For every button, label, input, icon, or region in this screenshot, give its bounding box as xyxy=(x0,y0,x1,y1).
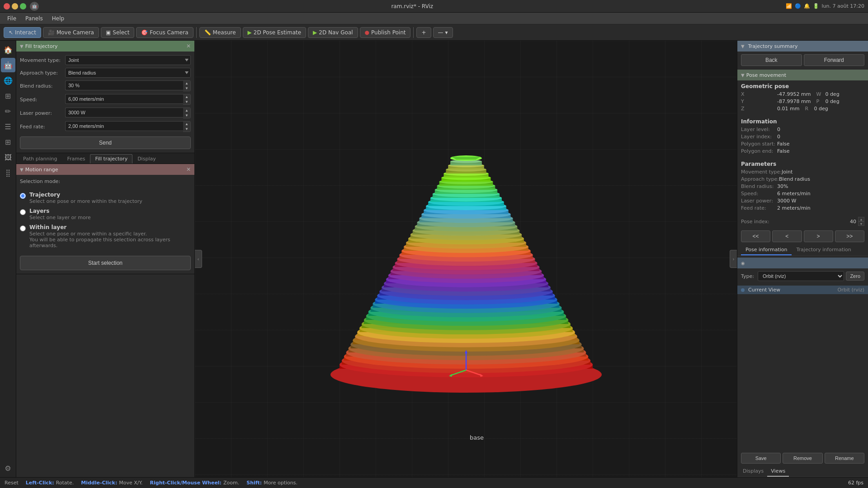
feed-rate-down-btn[interactable]: ▼ xyxy=(183,127,190,131)
param-laser-label: Laser power: xyxy=(741,198,777,204)
param-speed-label: Speed: xyxy=(741,191,777,197)
close-fill-trajectory-icon[interactable]: ✕ xyxy=(186,43,191,49)
image-icon-btn[interactable]: 🖼 xyxy=(1,150,15,164)
pose-estimate-button[interactable]: ▶ 2D Pose Estimate xyxy=(243,27,307,38)
motion-range-title: Motion range xyxy=(25,167,184,173)
laser-power-up-btn[interactable]: ▲ xyxy=(183,108,190,113)
blend-radius-down-btn[interactable]: ▼ xyxy=(183,86,190,91)
blend-radius-up-btn[interactable]: ▲ xyxy=(183,81,190,86)
param-approach-value: Blend radius xyxy=(779,176,810,182)
shift-key: Shift: xyxy=(246,480,262,486)
tab-display[interactable]: Display xyxy=(132,154,161,164)
pose-next-btn[interactable]: > xyxy=(804,230,833,242)
left-panel: ▼ Fill trajectory ✕ Movement type: Joint… xyxy=(16,41,195,477)
settings-icon-btn[interactable]: ⚙️ xyxy=(1,461,15,475)
minimize-button[interactable] xyxy=(12,3,18,9)
approach-type-select[interactable]: Blend radius Stop xyxy=(65,68,191,78)
publish-point-button[interactable]: ● Publish Point xyxy=(360,27,411,38)
tab-displays[interactable]: Displays xyxy=(739,466,767,477)
measure-button[interactable]: 📏 Measure xyxy=(199,27,241,38)
view-list-item[interactable]: Current View Orbit (rviz) xyxy=(737,286,868,294)
system-icons: 📶 🔵 🔔 🔋 lun. 7 août 17:20 xyxy=(786,3,864,9)
layer-level-label: Layer level: xyxy=(741,127,777,132)
tab-trajectory-information[interactable]: Trajectory information xyxy=(792,245,855,255)
grid-icon-btn[interactable]: ⊞ xyxy=(1,135,15,149)
pose-index-down[interactable]: ▼ xyxy=(858,221,864,226)
nav-goal-button[interactable]: ▶ 2D Nav Goal xyxy=(308,27,358,38)
pose-last-btn[interactable]: >> xyxy=(835,230,864,242)
laser-power-down-btn[interactable]: ▼ xyxy=(183,113,190,118)
forward-button[interactable]: Forward xyxy=(804,54,865,66)
more-button[interactable]: — ▾ xyxy=(433,27,453,38)
tab-fill-trajectory[interactable]: Fill trajectory xyxy=(90,154,132,164)
window-controls[interactable] xyxy=(4,3,26,9)
tab-views[interactable]: Views xyxy=(767,466,789,477)
app-icon: 🤖 xyxy=(30,2,39,11)
speed-up-btn[interactable]: ▲ xyxy=(183,94,190,99)
p-label: P xyxy=(816,99,825,104)
middle-click-text: Move X/Y. xyxy=(119,480,142,486)
robot-icon-btn[interactable]: 🤖 xyxy=(1,58,15,72)
rename-button[interactable]: Rename xyxy=(825,453,864,464)
radio-trajectory-input[interactable] xyxy=(20,193,26,199)
edit-icon-btn[interactable]: ✏️ xyxy=(1,104,15,118)
back-button[interactable]: Back xyxy=(741,54,802,66)
menu-help[interactable]: Help xyxy=(48,14,68,23)
r-label: R xyxy=(805,106,814,112)
motion-range-header[interactable]: ▼ Motion range ✕ xyxy=(16,164,194,175)
remove-button[interactable]: Remove xyxy=(783,453,822,464)
interact-button[interactable]: ↖ Interact xyxy=(4,27,41,38)
speed-input[interactable] xyxy=(65,94,183,104)
tab-path-planning[interactable]: Path planning xyxy=(18,154,62,164)
move-camera-button[interactable]: 🎥 Move Camera xyxy=(43,27,99,38)
nav-buttons: Back Forward xyxy=(737,52,868,69)
laser-power-input[interactable] xyxy=(65,108,183,117)
focus-camera-button[interactable]: 🎯 Focus Camera xyxy=(136,27,193,38)
speed-down-btn[interactable]: ▼ xyxy=(183,99,190,104)
viewport[interactable]: base ‹ › xyxy=(195,41,737,477)
collapse-left-btn[interactable]: ‹ xyxy=(195,250,202,268)
pose-prev-btn[interactable]: < xyxy=(772,230,802,242)
chevron-down-icon: ▾ xyxy=(445,29,448,36)
fill-trajectory-header[interactable]: ▼ Fill trajectory ✕ xyxy=(16,41,194,52)
feed-rate-up-btn[interactable]: ▲ xyxy=(183,122,190,127)
polygon-start-value: False xyxy=(777,141,790,147)
menu-panels[interactable]: Panels xyxy=(22,14,47,23)
view-type-select[interactable]: Orbit (rviz) FPS (rviz) TopDownOrtho (rv… xyxy=(758,271,844,281)
polygon-start-row: Polygon start: False xyxy=(741,141,864,147)
view-name: Current View xyxy=(748,287,834,293)
blend-radius-input[interactable] xyxy=(65,80,183,90)
add-button[interactable]: + xyxy=(416,27,431,38)
layers-icon-btn[interactable]: ⊞ xyxy=(1,89,15,103)
save-button[interactable]: Save xyxy=(741,453,781,464)
globe-icon-btn[interactable]: 🌐 xyxy=(1,73,15,88)
menu-file[interactable]: File xyxy=(4,14,20,23)
home-icon-btn[interactable]: 🏠 xyxy=(1,42,15,57)
param-laser-row: Laser power: 3000 W xyxy=(741,198,864,204)
tab-pose-information[interactable]: Pose information xyxy=(741,245,792,255)
apps-icon-btn[interactable]: ⣿ xyxy=(1,165,15,180)
view-type-label: Type: xyxy=(741,273,754,279)
pose-first-btn[interactable]: << xyxy=(741,230,770,242)
list-icon-btn[interactable]: ☰ xyxy=(1,119,15,134)
feed-rate-input[interactable] xyxy=(65,121,183,131)
close-button[interactable] xyxy=(4,3,10,9)
close-motion-range-icon[interactable]: ✕ xyxy=(186,166,191,173)
parameters-section: Parameters Movement type: Joint Approach… xyxy=(737,158,868,215)
send-button[interactable]: Send xyxy=(20,136,191,149)
radio-within-layer-input[interactable] xyxy=(20,225,26,231)
select-button[interactable]: ▣ Select xyxy=(101,27,134,38)
collapse-right-btn[interactable]: › xyxy=(730,250,737,268)
menubar: File Panels Help xyxy=(0,13,868,24)
motion-expand-icon: ▼ xyxy=(20,167,24,172)
within-layer-sub-label: Select one pose or more within a specifi… xyxy=(29,231,191,249)
trajectory-expand-icon: ▼ xyxy=(741,44,745,49)
radio-layers-input[interactable] xyxy=(20,209,26,215)
maximize-button[interactable] xyxy=(20,3,26,9)
start-selection-button[interactable]: Start selection xyxy=(20,256,191,270)
zero-button[interactable]: Zero xyxy=(846,272,864,281)
tab-frames[interactable]: Frames xyxy=(62,154,90,164)
movement-type-select[interactable]: Joint Linear xyxy=(65,55,191,65)
reset-label: Reset xyxy=(5,480,19,486)
pose-index-up[interactable]: ▲ xyxy=(858,217,864,221)
